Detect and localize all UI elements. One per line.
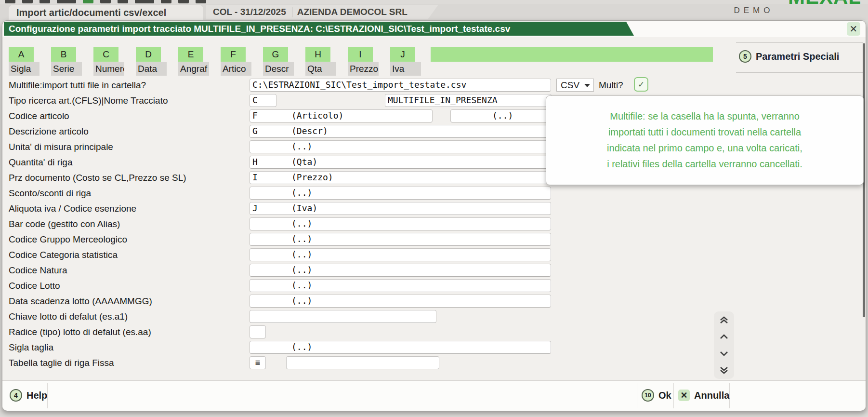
key-5-icon: 5: [739, 50, 751, 63]
chiave-lotto-input[interactable]: [250, 310, 436, 323]
data-scadenza-lotto-input[interactable]: (..): [250, 295, 551, 308]
field-tag: (Descr): [291, 126, 328, 136]
gruppo-merceologico-input[interactable]: (..): [250, 233, 551, 246]
list-icon: ≣: [250, 357, 265, 369]
cancel-x-icon: ✕: [678, 390, 690, 401]
tipo-ricerca-input[interactable]: C: [250, 94, 276, 107]
column-label: Iva: [390, 62, 421, 76]
help-button[interactable]: 4 Help: [10, 386, 47, 405]
field-label: Unita' di misura principale: [9, 140, 113, 153]
column-ref: G: [250, 125, 291, 137]
prezzo-documento-input[interactable]: I(Prezzo): [250, 171, 551, 184]
brand-logo: MEXAL: [788, 0, 868, 8]
field-tag: (..): [291, 342, 312, 352]
column-letter: A: [9, 47, 34, 62]
field-label: Tabella taglie di riga Fissa: [9, 356, 114, 369]
quantita-riga-input[interactable]: H(Qta): [250, 156, 551, 169]
field-label: Bar code (gestito con Alias): [9, 217, 120, 230]
field-label: Multifile:import tutti file in cartella?: [9, 79, 146, 92]
multi-checkbox[interactable]: ✓: [634, 77, 648, 92]
file-type-select[interactable]: CSV: [556, 79, 594, 92]
aliquota-iva-input[interactable]: J(Iva): [250, 202, 551, 215]
field-label: Codice Lotto: [9, 279, 60, 292]
key-10-icon: 10: [642, 389, 654, 402]
field-tag: (..): [492, 110, 513, 121]
tabella-taglie-input[interactable]: [286, 356, 439, 369]
field-label: Aliquota iva / Codice esenzione: [9, 202, 136, 215]
field-tag: (Qta): [291, 157, 317, 167]
column-label: Qta: [305, 62, 336, 76]
close-icon: ✕: [850, 23, 858, 35]
radice-lotto-input[interactable]: [250, 325, 266, 338]
barcode-input[interactable]: (..): [250, 217, 551, 230]
annulla-button[interactable]: ✕ Annulla: [678, 386, 729, 405]
parametri-speciali-button[interactable]: 5 Parametri Speciali: [739, 49, 839, 64]
sigla-taglia-input[interactable]: (..): [250, 341, 551, 354]
field-label: Chiave lotto di defalut (es.a1): [9, 310, 128, 323]
field-tag: (..): [291, 234, 312, 244]
column-label: Numero: [93, 62, 124, 76]
screen: Import artic/documenti csv/excel COL - 3…: [0, 0, 868, 417]
codice-articolo-input[interactable]: F(Articolo): [250, 109, 433, 122]
window-tab[interactable]: Import artic/documenti csv/excel: [9, 5, 203, 20]
annulla-label: Annulla: [694, 390, 729, 401]
field-tag: (..): [291, 296, 312, 306]
field-label: Prz documento (Costo se CL,Prezzo se SL): [9, 171, 186, 184]
tooltip-line: importati tutti i documenti trovati nell…: [546, 124, 863, 140]
field-label: Tipo ricerca art.(CFLS)|Nome Tracciato: [9, 94, 168, 107]
codice-natura-input[interactable]: (..): [250, 264, 551, 277]
ok-button[interactable]: 10 Ok: [642, 386, 671, 405]
multifile-path-input[interactable]: C:\ESTRAZIONI_SIC\Test_import_testate.cs…: [250, 79, 551, 92]
header-green-bar: [431, 47, 713, 62]
column-letter: F: [221, 47, 246, 62]
column-letter: D: [136, 47, 161, 62]
column-ref: H: [250, 156, 291, 168]
field-label: Descrizione articolo: [9, 125, 89, 138]
chevron-down-icon[interactable]: [719, 350, 729, 358]
tipo-ricerca-value: C: [250, 95, 258, 105]
context-bar: COL - 31/12/2025 AZIENDA DEMOCOL SRL: [206, 5, 438, 19]
column-letter: I: [348, 47, 373, 62]
column-label: Sigla: [9, 62, 39, 76]
tooltip-line: Multifile: se la casella ha la spunta, v…: [546, 108, 863, 124]
column-label: Prezzo: [348, 62, 379, 76]
brand-logo-text: MEXAL: [788, 0, 868, 8]
double-chevron-down-icon[interactable]: [719, 366, 729, 375]
descrizione-articolo-input[interactable]: G(Descr): [250, 125, 551, 138]
tooltip-line: i relativi files della cartella verranno…: [546, 156, 863, 172]
column-letter: G: [263, 47, 288, 62]
column-ref: J: [250, 202, 291, 214]
tabella-taglie-selector[interactable]: ≣: [250, 356, 266, 369]
column-letter: E: [178, 47, 203, 62]
field-label: Codice Categoria statistica: [9, 248, 118, 261]
multifile-path-value: C:\ESTRAZIONI_SIC\Test_import_testate.cs…: [250, 80, 466, 90]
scroll-strip: [714, 311, 734, 379]
field-tag: (..): [291, 280, 312, 290]
demo-label: DEMO: [713, 6, 795, 15]
column-letter: B: [51, 47, 76, 62]
codice-lotto-input[interactable]: (..): [250, 279, 551, 292]
field-tag: (Iva): [291, 203, 317, 213]
field-tag: (..): [291, 249, 312, 259]
unita-misura-input[interactable]: (..): [250, 140, 551, 153]
right-panel-divider: [736, 72, 863, 73]
sconto-riga-input[interactable]: (..): [250, 187, 551, 200]
toolbar-icons-clipped: [5, 0, 265, 3]
ok-label: Ok: [658, 390, 671, 401]
categoria-statistica-input[interactable]: (..): [250, 248, 551, 261]
field-tag: (Prezzo): [291, 172, 333, 182]
chevron-down-icon: [584, 84, 590, 87]
field-label: Codice Gruppo Merceologico: [9, 233, 127, 246]
codice-articolo-extra-input[interactable]: (..): [450, 109, 552, 122]
footer-separator: [673, 383, 674, 408]
chevron-up-icon[interactable]: [719, 333, 729, 341]
double-chevron-up-icon[interactable]: [719, 316, 729, 324]
close-button[interactable]: ✕: [847, 22, 860, 36]
field-label: Sconto/sconti di riga: [9, 187, 91, 200]
column-label: Descr: [263, 62, 294, 76]
nome-tracciato-value: MULTIFILE_IN_PRESENZA: [385, 95, 498, 105]
column-letter: H: [305, 47, 330, 62]
field-label: Radice (tipo) lotto di defalut (es.aa): [9, 325, 151, 338]
company-name: AZIENDA DEMOCOL SRL: [292, 7, 412, 17]
nome-tracciato-input[interactable]: MULTIFILE_IN_PRESENZA: [385, 94, 552, 107]
